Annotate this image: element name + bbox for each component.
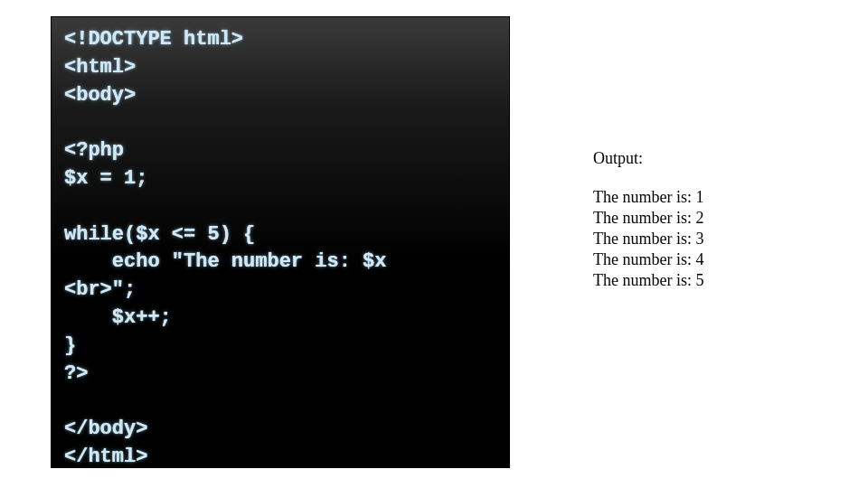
output-panel: Output: The number is: 1 The number is: … [593, 148, 828, 291]
output-line: The number is: 1 [593, 187, 828, 208]
output-title: Output: [593, 148, 828, 169]
output-line: The number is: 5 [593, 270, 828, 291]
output-line: The number is: 2 [593, 208, 828, 229]
output-line: The number is: 4 [593, 249, 828, 270]
code-panel: <!DOCTYPE html> <html> <body> <?php $x =… [51, 16, 510, 468]
output-line: The number is: 3 [593, 229, 828, 249]
